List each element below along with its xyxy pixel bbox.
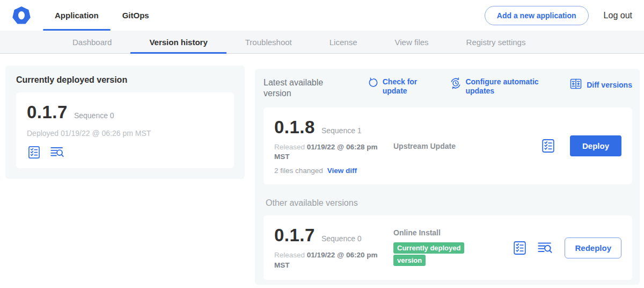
latest-sequence-label: Sequence 1 — [321, 126, 362, 135]
subnav-license[interactable]: License — [311, 31, 376, 53]
deployed-version-card: 0.1.7 Sequence 0 Deployed 01/19/22 @ 06:… — [16, 92, 234, 168]
other-source-label: Online Install — [393, 228, 495, 237]
other-released-timestamp: Released 01/19/22 @ 06:20 pm MST — [274, 250, 386, 270]
redeploy-button[interactable]: Redeploy — [565, 237, 621, 258]
tab-gitops[interactable]: GitOps — [111, 0, 161, 31]
deploy-logs-icon[interactable] — [537, 240, 553, 256]
other-version-row: 0.1.7 Sequence 0 Released 01/19/22 @ 06:… — [264, 215, 632, 279]
currently-deployed-title: Currently deployed version — [16, 75, 234, 85]
latest-version-row: 0.1.8 Sequence 1 Released 01/19/22 @ 06:… — [264, 107, 632, 184]
deploy-logs-icon[interactable] — [50, 145, 64, 160]
preflight-checklist-icon[interactable] — [540, 138, 556, 154]
subnav-dashboard-label: Dashboard — [72, 38, 112, 47]
subnav-troubleshoot[interactable]: Troubleshoot — [226, 31, 311, 53]
subnav-version-history[interactable]: Version history — [130, 31, 226, 53]
view-diff-link[interactable]: View diff — [327, 167, 357, 175]
tab-application-label: Application — [55, 11, 99, 20]
currently-deployed-badge: Currently deployed version — [393, 242, 464, 266]
subnav-troubleshoot-label: Troubleshoot — [245, 38, 292, 47]
subnav-view-files-label: View files — [394, 38, 428, 47]
configure-automatic-updates-label: Configure automatic updates — [465, 77, 540, 96]
diff-columns-icon — [569, 77, 582, 92]
deployed-version-number: 0.1.7 — [27, 102, 68, 123]
diff-versions-button[interactable]: Diff versions — [569, 77, 632, 92]
preflight-checklist-icon[interactable] — [512, 240, 528, 256]
diff-versions-label: Diff versions — [587, 81, 632, 90]
app-logo[interactable] — [0, 0, 43, 31]
refresh-icon — [368, 77, 379, 91]
app-subnav: Dashboard Version history Troubleshoot L… — [0, 31, 644, 54]
other-version-number: 0.1.7 — [274, 225, 315, 246]
check-for-update-label: Check for update — [383, 77, 421, 96]
subnav-registry-settings-label: Registry settings — [466, 38, 526, 47]
configure-automatic-updates-button[interactable]: Configure automatic updates — [450, 77, 540, 96]
released-label: Released — [274, 251, 305, 259]
other-available-versions-title: Other available versions — [264, 198, 632, 208]
files-changed-label: 2 files changed — [274, 167, 323, 175]
subnav-dashboard[interactable]: Dashboard — [54, 31, 130, 53]
currently-deployed-panel: Currently deployed version 0.1.7 Sequenc… — [5, 66, 245, 179]
check-for-update-button[interactable]: Check for update — [368, 77, 421, 96]
top-header: Application GitOps Add a new application… — [0, 0, 644, 31]
tab-application[interactable]: Application — [43, 0, 111, 31]
subnav-registry-settings[interactable]: Registry settings — [448, 31, 545, 53]
app-logo-heptagon-icon — [11, 5, 32, 26]
latest-version-number: 0.1.8 — [274, 117, 315, 138]
latest-source-label: Upstream Update — [393, 142, 495, 150]
deployed-sequence-label: Sequence 0 — [74, 111, 114, 120]
subnav-view-files[interactable]: View files — [376, 31, 447, 53]
other-sequence-label: Sequence 0 — [321, 234, 362, 243]
logout-link[interactable]: Log out — [604, 11, 632, 20]
released-label: Released — [274, 143, 305, 151]
deploy-button[interactable]: Deploy — [570, 135, 621, 156]
preflight-checklist-icon[interactable] — [27, 145, 41, 160]
subnav-license-label: License — [330, 38, 357, 47]
tab-gitops-label: GitOps — [122, 11, 149, 20]
add-application-button[interactable]: Add a new application — [485, 6, 589, 25]
header-right: Add a new application Log out — [485, 0, 644, 31]
subnav-version-history-label: Version history — [149, 38, 207, 47]
available-versions-panel: Latest available version Check for updat… — [255, 69, 640, 285]
clock-refresh-icon — [450, 77, 462, 91]
latest-released-timestamp: Released 01/19/22 @ 06:28 pm MST — [274, 142, 386, 162]
deployed-timestamp: Deployed 01/19/22 @ 06:26 pm MST — [27, 129, 223, 138]
latest-available-title: Latest available version — [264, 77, 339, 99]
top-tabs: Application GitOps — [43, 0, 161, 31]
